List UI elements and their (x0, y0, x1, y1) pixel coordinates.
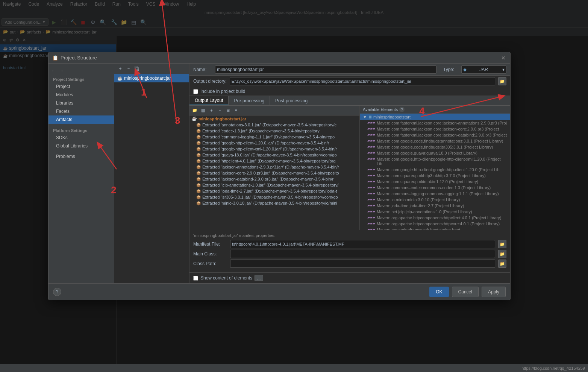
artifact-item[interactable]: ☕ miniospringbootstart:jar (114, 74, 189, 82)
tree-item-label-4: Extracted 'google-http-client-xml-1.20.0… (202, 147, 337, 151)
tree-item-label-8: Extracted 'jackson-core-2.9.0.pr3.jar/' … (202, 171, 339, 175)
main-class-input[interactable] (230, 250, 495, 258)
tab-output-layout[interactable]: Output Layout (189, 96, 229, 105)
avail-item-label-5: Maven: com.google.guava:guava:18.0 (Proj… (377, 151, 477, 155)
name-input[interactable] (215, 65, 436, 74)
avail-item-label-8: Maven: com.squareup.okhttp3:okhttp:3.7.0… (377, 173, 486, 178)
avail-item-15[interactable]: ▰▰▰ Maven: org.apache.httpcomponents:htt… (360, 215, 510, 221)
avail-item-0[interactable]: ▰▰▰ Maven: com.fasterxml.jackson.core:ja… (360, 120, 510, 126)
manifest-file-input[interactable] (230, 240, 495, 248)
avail-item-11[interactable]: ▰▰▰ Maven: commons-logging:commons-loggi… (360, 191, 510, 197)
include-in-build-checkbox[interactable] (193, 89, 198, 94)
tree-layout-btn[interactable]: ⊞ (224, 107, 232, 114)
tree-item-4[interactable]: 📦 Extracted 'google-http-client-xml-1.20… (189, 146, 359, 152)
nav-facets[interactable]: Facets (48, 107, 114, 115)
apply-button[interactable]: Apply (482, 287, 506, 297)
avail-item-label-3: Maven: com.google.code.findbugs:annotati… (377, 139, 503, 143)
tree-arrow-btn[interactable]: ▾ (232, 107, 240, 114)
tree-panel: 📁 ▤ ＋ － ⊞ ▾ ☕ miniospringbootstart.jar 📦… (189, 106, 360, 230)
avail-item-6[interactable]: ▰▰▰ Maven: com.google.http-client:google… (360, 156, 510, 167)
lib-icon-4: ▰▰▰ (367, 145, 375, 149)
avail-item-2[interactable]: ▰▰▰ Maven: com.fasterxml.jackson.core:ja… (360, 132, 510, 138)
tree-item-12[interactable]: 📦 Extracted 'jsr305-3.0.1.jar/' (D:/apac… (189, 194, 359, 200)
help-button[interactable]: ? (53, 288, 61, 296)
avail-item-1[interactable]: ▰▰▰ Maven: com.fasterxml.jackson.core:ja… (360, 126, 510, 132)
dialog-title: 📋 Project Structure (52, 55, 97, 61)
nav-artifacts[interactable]: Artifacts (48, 115, 114, 124)
avail-item-17[interactable]: ▰▰▰ Maven: org.springframework.boot:spri… (360, 227, 510, 230)
cancel-button[interactable]: Cancel (452, 287, 479, 297)
remove-artifact-button[interactable]: － (125, 65, 132, 73)
ok-button[interactable]: OK (429, 287, 449, 297)
lib-icon-11: ▰▰▰ (367, 191, 375, 195)
nav-problems[interactable]: Problems (48, 152, 114, 161)
tree-item-0[interactable]: 📦 Extracted 'annotations-3.0.1.jar/' (D:… (189, 122, 359, 128)
tree-item-label-3: Extracted 'google-http-client-1.20.0.jar… (202, 141, 329, 145)
tree-item-10[interactable]: 📦 Extracted 'jcip-annotations-1.0.jar/' … (189, 182, 359, 188)
nav-libraries[interactable]: Libraries (48, 99, 114, 107)
avail-item-10[interactable]: ▰▰▰ Maven: commons-codec:commons-codec:1… (360, 185, 510, 191)
available-section[interactable]: ▼ ◼ miniospringbootstart (360, 114, 510, 120)
avail-item-7[interactable]: ▰▰▰ Maven: com.google.http-client:google… (360, 167, 510, 173)
tree-item-13[interactable]: 📦 Extracted 'minio-3.0.10.jar/' (D:/apac… (189, 200, 359, 206)
tree-add-btn[interactable]: 📁 (191, 107, 199, 114)
class-path-input[interactable] (230, 260, 495, 268)
tree-minus-btn[interactable]: － (216, 107, 223, 114)
tree-item-6[interactable]: 📦 Extracted 'httpclient-4.0.1.jar/' (D:/… (189, 158, 359, 164)
available-elements-help-icon[interactable]: ? (399, 107, 405, 112)
tree-item-label-1: Extracted 'codec-1.3.jar/' (D:/apache-ma… (202, 129, 320, 133)
show-content-options-button[interactable]: ... (255, 275, 263, 281)
dialog-icon: 📋 (52, 55, 58, 61)
tree-plus-btn[interactable]: ＋ (208, 107, 215, 114)
lib-icon-6: ▰▰▰ (367, 157, 375, 161)
avail-item-label-4: Maven: com.google.code.findbugs:jsr305:3… (377, 145, 493, 149)
avail-item-9[interactable]: ▰▰▰ Maven: com.squareup.okio:okio:1.12.0… (360, 179, 510, 185)
output-dir-label: Output directory: (193, 79, 227, 84)
nav-back-icon[interactable]: ← (52, 68, 56, 73)
lib-icon-10: ▰▰▰ (367, 185, 375, 189)
tree-item-9[interactable]: 📦 Extracted 'jackson-databind-2.9.0.pr3.… (189, 176, 359, 182)
nav-modules[interactable]: Modules (48, 91, 114, 99)
nav-forward-icon[interactable]: → (59, 68, 64, 73)
avail-item-4[interactable]: ▰▰▰ Maven: com.google.code.findbugs:jsr3… (360, 144, 510, 150)
avail-item-label-13: Maven: joda-time:joda-time:2.7 (Project … (377, 203, 464, 208)
type-select[interactable]: ◆ JAR ▾ (461, 65, 506, 74)
tree-root-entry[interactable]: ☕ miniospringbootstart.jar (189, 115, 359, 122)
avail-item-3[interactable]: ▰▰▰ Maven: com.google.code.findbugs:anno… (360, 138, 510, 144)
tree-item-8[interactable]: 📦 Extracted 'jackson-core-2.9.0.pr3.jar/… (189, 170, 359, 176)
avail-item-5[interactable]: ▰▰▰ Maven: com.google.guava:guava:18.0 (… (360, 150, 510, 156)
tree-grid-btn[interactable]: ▤ (199, 107, 207, 114)
nav-sdks[interactable]: SDKs (48, 134, 114, 142)
tree-item-label-9: Extracted 'jackson-databind-2.9.0.pr3.ja… (202, 177, 333, 181)
main-class-browse-button[interactable]: 📁 (498, 250, 506, 258)
manifest-browse-button[interactable]: 📁 (498, 240, 506, 248)
tree-item-1[interactable]: 📦 Extracted 'codec-1.3.jar/' (D:/apache-… (189, 128, 359, 134)
type-label: Type: (443, 67, 458, 72)
avail-item-14[interactable]: ▰▰▰ Maven: net.jcip:jcip-annotations:1.0… (360, 209, 510, 215)
add-artifact-button[interactable]: ＋ (117, 65, 124, 73)
show-content-label: Show content of elements (200, 275, 252, 281)
tree-item-11[interactable]: 📦 Extracted 'joda-time-2.7.jar/' (D:/apa… (189, 188, 359, 194)
avail-item-16[interactable]: ▰▰▰ Maven: org.apache.httpcomponents:htt… (360, 221, 510, 227)
extract-icon-6: 📦 (196, 159, 201, 163)
output-dir-input[interactable] (230, 77, 495, 85)
nav-project[interactable]: Project (48, 82, 114, 91)
extract-icon-7: 📦 (196, 165, 201, 169)
class-path-browse-button[interactable]: 📁 (498, 260, 506, 268)
avail-item-13[interactable]: ▰▰▰ Maven: joda-time:joda-time:2.7 (Proj… (360, 203, 510, 209)
browse-output-dir-button[interactable]: 📁 (498, 77, 506, 85)
tab-pre-processing[interactable]: Pre-processing (229, 96, 270, 105)
lib-icon-15: ▰▰▰ (367, 216, 375, 219)
avail-item-8[interactable]: ▰▰▰ Maven: com.squareup.okhttp3:okhttp:3… (360, 173, 510, 179)
tab-post-processing[interactable]: Post-processing (270, 96, 313, 105)
avail-item-12[interactable]: ▰▰▰ Maven: io.minio:minio:3.0.10 (Projec… (360, 197, 510, 203)
show-content-checkbox[interactable] (193, 276, 198, 281)
tree-item-2[interactable]: 📦 Extracted 'commons-logging-1.1.1.jar/'… (189, 134, 359, 140)
tree-item-5[interactable]: 📦 Extracted 'guava-18.0.jar/' (D:/apache… (189, 152, 359, 158)
tree-item-7[interactable]: 📦 Extracted 'jackson-annotations-2.9.0.p… (189, 164, 359, 170)
main-class-row: Main Class: 📁 (193, 250, 506, 258)
nav-global-libraries[interactable]: Global Libraries (48, 142, 114, 150)
tree-item-3[interactable]: 📦 Extracted 'google-http-client-1.20.0.j… (189, 140, 359, 146)
dialog-close-button[interactable]: ✕ (500, 55, 506, 61)
copy-artifact-button[interactable]: ⿻ (133, 65, 141, 73)
